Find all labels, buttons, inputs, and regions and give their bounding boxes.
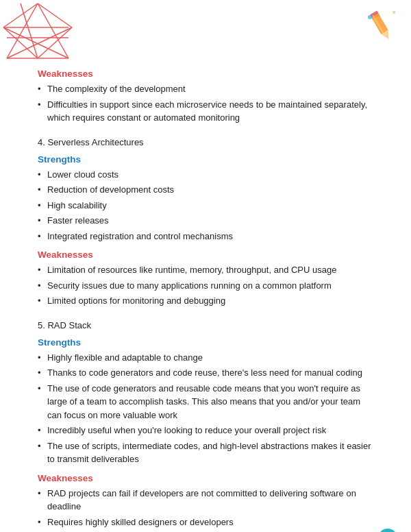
list-item: Security issues due to many applications… — [38, 279, 373, 293]
weaknesses-heading-3: Weaknesses — [38, 473, 373, 483]
strengths-heading-1: Strengths — [38, 154, 373, 165]
weaknesses-heading-1: Weaknesses — [38, 69, 373, 79]
weaknesses-rad-section: Weaknesses RAD projects can fail if deve… — [38, 473, 373, 529]
list-item: Highly flexible and adaptable to change — [38, 351, 373, 365]
top-left-decoration — [0, 0, 75, 62]
list-item: Lower cloud costs — [38, 168, 373, 182]
list-item: Thanks to code generators and code reuse… — [38, 366, 373, 380]
weaknesses-microservices-section: Weaknesses The complexity of the develop… — [38, 69, 373, 125]
svg-point-17 — [368, 15, 372, 19]
svg-line-6 — [7, 27, 72, 58]
svg-point-18 — [393, 11, 395, 14]
weaknesses-serverless-section: Weaknesses Limitation of resources like … — [38, 250, 373, 308]
strengths-rad-section: Strengths Highly flexible and adaptable … — [38, 337, 373, 466]
weaknesses-serverless-list: Limitation of resources like runtime, me… — [38, 263, 373, 308]
content-area: Weaknesses The complexity of the develop… — [38, 69, 373, 529]
list-item: Integrated registration and control mech… — [38, 230, 373, 243]
weaknesses-rad-list: RAD projects can fail if developers are … — [38, 487, 373, 529]
strengths-heading-2: Strengths — [38, 337, 373, 348]
list-item: RAD projects can fail if developers are … — [38, 487, 373, 513]
list-item: The use of code generators and reusable … — [38, 382, 373, 422]
list-item: Reduction of development costs — [38, 183, 373, 197]
list-item: Limited options for monitoring and debug… — [38, 294, 373, 308]
strengths-serverless-list: Lower cloud costs Reduction of developme… — [38, 168, 373, 243]
strengths-rad-list: Highly flexible and adaptable to change … — [38, 351, 373, 466]
list-item: Requires highly skilled designers or dev… — [38, 516, 373, 529]
weaknesses-heading-2: Weaknesses — [38, 250, 373, 260]
list-item: Difficulties in support since each micro… — [38, 98, 373, 125]
page-container: Weaknesses The complexity of the develop… — [0, 0, 411, 532]
list-item: The use of scripts, intermediate codes, … — [38, 439, 373, 466]
list-item: High scalability — [38, 199, 373, 213]
list-item: The complexity of the development — [38, 82, 373, 96]
svg-line-3 — [3, 3, 38, 27]
section4-number: 4. Serverless Architectures — [38, 137, 373, 147]
list-item: Limitation of resources like runtime, me… — [38, 263, 373, 277]
strengths-serverless-section: Strengths Lower cloud costs Reduction of… — [38, 154, 373, 243]
svg-line-8 — [38, 27, 72, 58]
svg-line-4 — [38, 3, 72, 27]
list-item: Faster releases — [38, 214, 373, 228]
page-number: 15 — [378, 529, 397, 532]
section5-number: 5. RAD Stack — [38, 320, 373, 330]
weaknesses-microservices-list: The complexity of the development Diffic… — [38, 82, 373, 125]
list-item: Incredibly useful when you're looking to… — [38, 424, 373, 437]
top-right-decoration — [363, 7, 401, 45]
